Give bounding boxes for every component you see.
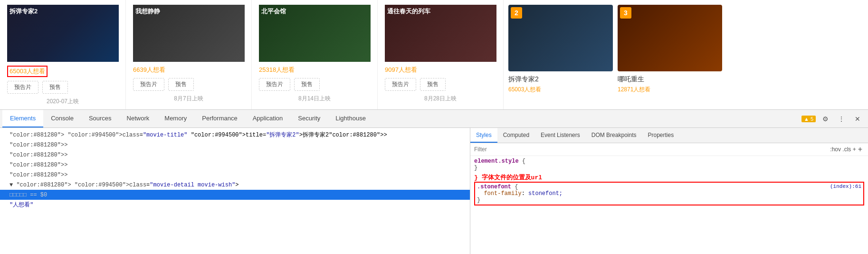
devtools-tab-network[interactable]: Network (119, 110, 157, 127)
css-selector-line: element.style { (474, 158, 864, 165)
devtools-tab-application[interactable]: Application (245, 110, 291, 127)
dom-line[interactable]: "color:#881280">> (0, 170, 470, 180)
dom-line[interactable]: "人想看" (0, 200, 470, 210)
right-movie-title: 哪吒重生 (618, 75, 722, 84)
settings-icon[interactable]: ⚙ (819, 112, 832, 126)
movie-thumbnail: 通往春天的列车 (385, 5, 496, 62)
close-devtools-icon[interactable]: ✕ (851, 112, 864, 126)
presale-button[interactable]: 预售 (42, 81, 68, 94)
devtools-tab-security[interactable]: Security (290, 110, 328, 127)
devtools-content: "color:#881280"> "color:#994500">class="… (0, 128, 868, 254)
devtools-panel: ElementsConsoleSourcesNetworkMemoryPerfo… (0, 109, 868, 254)
trailer-button[interactable]: 预告片 (259, 78, 290, 91)
movie-wish-count[interactable]: 25318人想看 (259, 66, 370, 74)
styles-tab-dom-breakpoints[interactable]: DOM Breakpoints (586, 128, 642, 143)
trailer-button[interactable]: 预告片 (385, 78, 416, 91)
styles-filter: :hov .cls + + (470, 143, 868, 156)
trailer-button[interactable]: 预告片 (133, 78, 164, 91)
styles-filter-input[interactable] (474, 146, 830, 153)
movie-thumb-title: 通往春天的列车 (387, 7, 430, 16)
right-movie-card: 2 拆弹专家2 65003人想看 (508, 5, 613, 105)
devtools-tab-memory[interactable]: Memory (157, 110, 194, 127)
right-movie-thumbnail: 3 (618, 5, 722, 71)
movie-buttons: 预告片 预售 (385, 78, 496, 91)
movie-card: 拆弹专家2 65003人想看 预告片 预售 2020-07上映 (0, 0, 126, 109)
devtools-tab-elements[interactable]: Elements (2, 110, 43, 127)
styles-content: element.style { } } 字体文件的位置及url .stonefo… (470, 156, 868, 209)
more-icon[interactable]: ⋮ (835, 112, 848, 126)
movie-card: 北平会馆 25318人想看 预告片 预售 8月14日上映 (252, 0, 378, 109)
devtools-tab-console[interactable]: Console (43, 110, 81, 127)
css-rule: } 字体文件的位置及url (474, 173, 864, 182)
right-movie-wish: 12871人想看 (618, 86, 722, 94)
presale-button[interactable]: 预售 (294, 78, 320, 91)
movie-thumbnail: 北平会馆 (259, 5, 371, 62)
styles-tabs: StylesComputedEvent ListenersDOM Breakpo… (470, 128, 868, 143)
css-close-brace: } (474, 165, 864, 171)
right-movie-wish: 65003人想看 (508, 86, 613, 94)
movie-date: 8月14日上映 (259, 95, 370, 103)
styles-tab-event-listeners[interactable]: Event Listeners (535, 128, 586, 143)
movie-wish-count[interactable]: 9097人想看 (385, 66, 496, 74)
dom-line[interactable]: "color:#881280"> "color:#994500">class="… (0, 130, 470, 140)
rank-badge: 2 (511, 7, 522, 19)
devtools-tabs: ElementsConsoleSourcesNetworkMemoryPerfo… (0, 110, 868, 128)
dom-line[interactable]: ▼ "color:#881280"> "color:#994500">class… (0, 180, 470, 190)
movie-thumbnail: 拆弹专家2 (7, 5, 119, 62)
movie-thumb-title: 拆弹专家2 (10, 7, 38, 16)
movie-wish-count[interactable]: 65003人想看 (7, 66, 48, 77)
movie-buttons: 预告片 预售 (7, 81, 118, 94)
css-selector-line: .stonefont { (index):61 (477, 184, 861, 190)
css-comment: } 字体文件的位置及url (474, 173, 864, 182)
css-property-line: font-family: stonefont; (477, 190, 861, 197)
movie-thumb-title: 我想静静 (135, 7, 160, 16)
right-movie-thumbnail: 2 (508, 5, 613, 71)
top-area: 拆弹专家2 65003人想看 预告片 预售 2020-07上映 我想静静 663… (0, 0, 868, 109)
movie-card: 通往春天的列车 9097人想看 预告片 预售 8月28日上映 (378, 0, 504, 109)
css-source: (index):61 (830, 184, 861, 189)
devtools-icons: ▲ 5 ⚙ ⋮ ✕ (801, 110, 868, 127)
dom-panel[interactable]: "color:#881280"> "color:#994500">class="… (0, 128, 470, 254)
movie-date: 2020-07上映 (7, 98, 118, 106)
add-style-rule-button[interactable]: + (856, 145, 864, 154)
movies-section: 拆弹专家2 65003人想看 预告片 预售 2020-07上映 我想静静 663… (0, 0, 504, 109)
devtools-tab-sources[interactable]: Sources (81, 110, 119, 127)
rank-badge: 3 (620, 7, 631, 19)
styles-tab-styles[interactable]: Styles (470, 128, 497, 143)
movie-buttons: 预告片 预售 (133, 78, 244, 91)
warning-badge: ▲ 5 (801, 116, 816, 122)
movie-thumb-title: 北平会馆 (261, 7, 286, 16)
styles-panel: StylesComputedEvent ListenersDOM Breakpo… (470, 128, 868, 254)
movie-wish-count[interactable]: 6639人想看 (133, 66, 244, 74)
right-section: 2 拆弹专家2 65003人想看 3 哪吒重生 12871人想看 (504, 0, 868, 109)
dom-line[interactable]: "color:#881280">> (0, 150, 470, 160)
css-rule: .stonefont { (index):61 font-family: sto… (474, 182, 864, 205)
css-close-brace: } (477, 197, 861, 204)
devtools-tab-performance[interactable]: Performance (194, 110, 245, 127)
presale-button[interactable]: 预售 (168, 78, 194, 91)
movie-thumbnail: 我想静静 (133, 5, 245, 62)
dom-line[interactable]: "color:#881280">> (0, 160, 470, 170)
movie-card: 我想静静 6639人想看 预告片 预售 8月7日上映 (126, 0, 252, 109)
css-rule: element.style { } (474, 158, 864, 171)
movie-buttons: 预告片 预售 (259, 78, 370, 91)
presale-button[interactable]: 预售 (420, 78, 446, 91)
dom-line[interactable]: "color:#881280">> (0, 140, 470, 150)
right-movie-card: 3 哪吒重生 12871人想看 (618, 5, 722, 105)
right-movie-title: 拆弹专家2 (508, 75, 613, 84)
devtools-tab-lighthouse[interactable]: Lighthouse (328, 110, 373, 127)
movie-date: 8月7日上映 (133, 95, 244, 103)
trailer-button[interactable]: 预告片 (7, 81, 38, 94)
styles-filter-hint: :hov .cls + (830, 146, 856, 153)
styles-tab-computed[interactable]: Computed (497, 128, 535, 143)
dom-line[interactable]: □□□□□ == $0 (0, 190, 470, 200)
styles-tab-properties[interactable]: Properties (642, 128, 679, 143)
movie-date: 8月28日上映 (385, 95, 496, 103)
